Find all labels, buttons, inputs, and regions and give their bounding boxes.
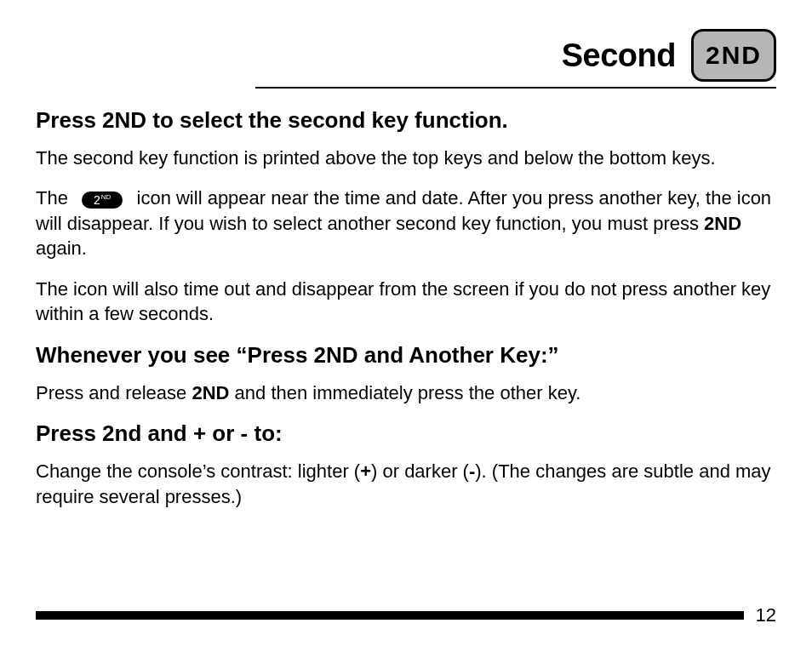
second-pill-icon: 2ND xyxy=(82,192,123,209)
section3-heading: Press 2nd and + or - to: xyxy=(36,420,776,447)
header-underline xyxy=(255,87,776,89)
page-number: 12 xyxy=(756,604,776,626)
section2-heading: Whenever you see “Press 2ND and Another … xyxy=(36,342,776,369)
text: Press and release xyxy=(36,382,192,403)
section1-para1: The second key function is printed above… xyxy=(36,146,776,170)
page-header: Second 2ND xyxy=(36,29,776,82)
plus-symbol: + xyxy=(360,460,371,482)
text: again. xyxy=(36,237,87,259)
bold-2nd: 2ND xyxy=(192,382,229,403)
section3-para: Change the console’s contrast: lighter (… xyxy=(36,459,776,509)
header-title: Second xyxy=(562,37,676,74)
page-footer: 12 xyxy=(36,604,776,626)
section1-heading: Press 2ND to select the second key funct… xyxy=(36,107,776,134)
pill-main: 2 xyxy=(94,193,100,207)
section1-para3: The icon will also time out and disappea… xyxy=(36,277,776,327)
text: and then immediately press the other key… xyxy=(229,382,580,403)
text: Change the console’s contrast: lighter ( xyxy=(36,460,360,482)
footer-bar xyxy=(36,611,744,620)
page: Second 2ND Press 2ND to select the secon… xyxy=(0,0,812,669)
pill-sup: ND xyxy=(101,193,112,201)
section1-para2: The 2ND icon will appear near the time a… xyxy=(36,186,776,260)
second-key-icon: 2ND xyxy=(691,29,776,82)
text: The xyxy=(36,187,73,209)
bold-2nd: 2ND xyxy=(704,213,741,234)
section2-para: Press and release 2ND and then immediate… xyxy=(36,380,776,405)
text: ) or darker ( xyxy=(371,460,469,482)
text: icon will appear near the time and date.… xyxy=(36,187,771,233)
